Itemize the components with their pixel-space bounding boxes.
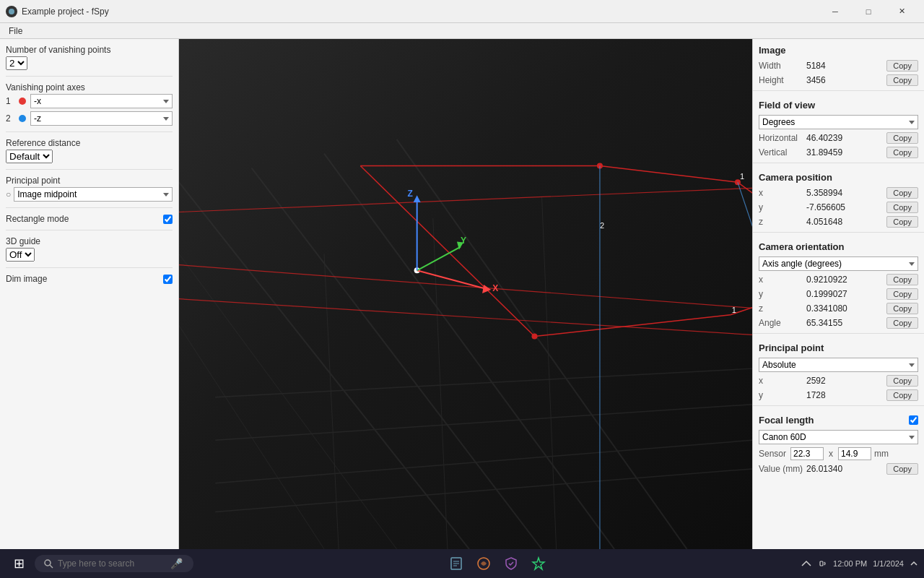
divider-3 xyxy=(6,169,173,170)
svg-marker-43 xyxy=(414,195,421,202)
svg-rect-1 xyxy=(179,39,752,549)
horizontal-copy-button[interactable]: Copy xyxy=(886,132,918,144)
divider-1 xyxy=(6,76,173,77)
width-copy-button[interactable]: Copy xyxy=(886,60,918,72)
co-y-copy-button[interactable]: Copy xyxy=(886,288,918,300)
value-copy-button[interactable]: Copy xyxy=(886,463,918,475)
rectangle-mode-row: Rectangle mode xyxy=(6,214,173,224)
co-x-copy-button[interactable]: Copy xyxy=(886,274,918,285)
close-button[interactable]: ✕ xyxy=(885,0,918,23)
svg-text:2: 2 xyxy=(600,221,604,230)
divider-r5 xyxy=(753,405,924,406)
pp-mode-row: Absolute Relative xyxy=(753,356,924,374)
taskbar-app-shield[interactable] xyxy=(498,551,524,577)
focal-header: Focal length xyxy=(753,409,924,428)
pp-mode-select[interactable]: Absolute Relative xyxy=(759,358,918,372)
cp-x-value: 5.358994 xyxy=(806,188,884,198)
rectangle-mode-checkbox[interactable] xyxy=(163,215,173,224)
chevron-up-icon xyxy=(910,559,918,568)
vertical-copy-button[interactable]: Copy xyxy=(886,147,918,158)
svg-point-0 xyxy=(9,9,14,14)
start-button[interactable]: ⊞ xyxy=(6,551,32,577)
divider-5 xyxy=(6,230,173,230)
co-z-copy-button[interactable]: Copy xyxy=(886,303,918,314)
reference-distance-select[interactable]: Default xyxy=(6,150,53,163)
pp-x-copy-button[interactable]: Copy xyxy=(886,375,918,387)
focal-camera-select[interactable]: Canon 60D xyxy=(759,430,918,444)
focal-length-title: Focal length xyxy=(759,415,814,426)
pp-y-copy-button[interactable]: Copy xyxy=(886,389,918,401)
co-z-label: z xyxy=(759,303,803,314)
co-angle-copy-button[interactable]: Copy xyxy=(886,317,918,329)
main-layout: Number of vanishing points 2 1 3 Vanishi… xyxy=(0,39,924,549)
svg-line-16 xyxy=(179,182,752,218)
camera-ori-mode-select[interactable]: Axis angle (degrees) Quaternion Rotation… xyxy=(759,256,918,271)
sensor-width-input[interactable] xyxy=(790,447,824,460)
svg-line-20 xyxy=(600,166,738,183)
vp2-axis-select[interactable]: -z +z -x +x -y +y xyxy=(30,111,173,126)
svg-point-26 xyxy=(735,179,741,185)
svg-line-39 xyxy=(417,247,461,271)
svg-line-21 xyxy=(360,166,534,337)
taskbar-app-star[interactable] xyxy=(526,551,552,577)
principal-point-select[interactable]: Image midpoint xyxy=(14,187,173,202)
principal-point-label: Principal point xyxy=(6,176,173,186)
co-angle-row: Angle 65.34155 Copy xyxy=(753,316,924,330)
svg-marker-40 xyxy=(457,242,463,250)
guide-mode-select[interactable]: Off On xyxy=(6,248,35,262)
divider-r1 xyxy=(753,90,924,91)
cp-z-value: 4.051648 xyxy=(806,217,884,227)
taskbar-app-browser[interactable] xyxy=(471,551,497,577)
svg-text:Y: Y xyxy=(461,236,466,246)
menu-bar: File xyxy=(0,23,924,39)
svg-line-11 xyxy=(215,440,752,483)
pp-y-label: y xyxy=(759,390,803,400)
sound-icon xyxy=(817,558,827,569)
vp-overlay: 1 2 1 2 X Y Z xyxy=(179,39,752,549)
co-x-label: x xyxy=(759,275,803,285)
svg-marker-52 xyxy=(533,558,544,569)
pp-x-label: x xyxy=(759,376,803,386)
svg-point-45 xyxy=(45,560,51,566)
co-angle-value: 65.34155 xyxy=(806,318,884,328)
cp-y-copy-button[interactable]: Copy xyxy=(886,202,918,213)
viewport[interactable]: 1 2 1 2 X Y Z xyxy=(179,39,752,549)
taskbar-search[interactable]: 🎤 xyxy=(35,555,193,572)
svg-line-7 xyxy=(179,254,397,549)
rectangle-mode-label: Rectangle mode xyxy=(6,214,69,224)
co-y-value: 0.1999027 xyxy=(806,289,884,299)
title-bar: Example project - fSpy ─ □ ✕ xyxy=(0,0,924,23)
divider-r2 xyxy=(753,163,924,163)
height-copy-button[interactable]: Copy xyxy=(886,74,918,86)
vp1-axis-select[interactable]: -x +x -y +y -z +z xyxy=(30,94,173,108)
dim-image-checkbox[interactable] xyxy=(163,275,173,284)
svg-point-27 xyxy=(531,334,537,340)
svg-line-8 xyxy=(179,326,324,549)
camera-pos-title: Camera position xyxy=(753,166,924,186)
right-panel: Image Width 5184 Copy Height 3456 Copy F… xyxy=(752,39,924,549)
svg-rect-2 xyxy=(179,39,752,549)
svg-rect-53 xyxy=(820,561,823,566)
cp-y-label: y xyxy=(759,202,803,212)
menu-file[interactable]: File xyxy=(3,25,28,38)
sensor-height-input[interactable] xyxy=(838,447,871,460)
camera-ori-title: Camera orientation xyxy=(753,236,924,255)
taskbar: ⊞ 🎤 12:00 PM 1/1/2024 xyxy=(0,549,924,578)
maximize-button[interactable]: □ xyxy=(852,0,885,23)
svg-line-5 xyxy=(324,154,614,549)
principal-point-title: Principal point xyxy=(753,337,924,356)
fov-mode-select[interactable]: Degrees Radians xyxy=(759,115,918,129)
fov-section-title: Field of view xyxy=(753,94,924,113)
co-z-value: 0.3341080 xyxy=(806,303,884,314)
focal-length-checkbox[interactable] xyxy=(909,415,918,425)
taskbar-app-files[interactable] xyxy=(443,551,469,577)
pp-y-row: y 1728 Copy xyxy=(753,388,924,402)
minimize-button[interactable]: ─ xyxy=(819,0,852,23)
search-input[interactable] xyxy=(58,558,166,569)
cp-z-copy-button[interactable]: Copy xyxy=(886,216,918,228)
svg-point-25 xyxy=(597,163,603,169)
svg-marker-37 xyxy=(482,285,491,293)
dim-image-row: Dim image xyxy=(6,274,173,284)
cp-x-copy-button[interactable]: Copy xyxy=(886,187,918,199)
vanishing-points-select[interactable]: 2 1 3 xyxy=(6,56,27,70)
